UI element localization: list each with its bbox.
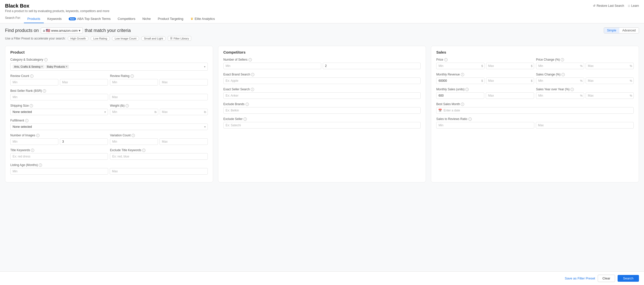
variation-count-info-icon[interactable]: i <box>132 134 135 137</box>
weight-field-group: Weight (lb) i lb lb <box>110 104 208 115</box>
marketplace-selector[interactable]: a 🇺🇸 www.amazon.com ▾ <box>41 27 83 33</box>
preset-high-growth[interactable]: High Growth <box>68 36 89 41</box>
monthly-revenue-max-input[interactable] <box>486 77 534 84</box>
monthly-revenue-field-group: Monthly Revenue i $ $ <box>436 73 534 84</box>
weight-min-input[interactable] <box>110 109 158 115</box>
price-max-input[interactable] <box>486 63 534 69</box>
num-sellers-info-icon[interactable]: i <box>249 58 252 61</box>
num-images-info-icon[interactable]: i <box>36 134 39 137</box>
exact-seller-info-icon[interactable]: i <box>251 88 254 91</box>
review-rating-max-input[interactable] <box>159 79 208 86</box>
search-button[interactable]: Search <box>618 275 639 282</box>
weight-info-icon[interactable]: i <box>126 104 129 107</box>
tab-elite-analytics[interactable]: ♛ Elite Analytics <box>187 15 218 23</box>
best-sales-month-input[interactable] <box>436 107 634 114</box>
sales-reviews-ratio-info-icon[interactable]: i <box>468 117 472 121</box>
remove-baby-chip[interactable]: × <box>66 65 67 68</box>
listing-age-field-group: Listing Age (Months) i <box>10 163 208 175</box>
shipping-size-info-icon[interactable]: i <box>30 104 33 107</box>
filter-library-button[interactable]: ☰ Filter Library <box>168 36 191 41</box>
preset-low-image-count[interactable]: Low Image Count <box>112 36 139 41</box>
num-sellers-max-input[interactable] <box>323 63 421 69</box>
exact-brand-info-icon[interactable]: i <box>251 73 254 76</box>
tab-products[interactable]: Products <box>24 15 44 23</box>
price-change-min-input[interactable] <box>536 63 584 69</box>
monthly-revenue-info-icon[interactable]: i <box>461 73 464 76</box>
preset-small-and-light[interactable]: Small and Light <box>141 36 166 41</box>
shipping-size-select[interactable]: None selected <box>10 109 108 115</box>
clear-button[interactable]: Clear <box>598 275 615 282</box>
exact-seller-input[interactable] <box>223 92 421 99</box>
num-images-min-input[interactable] <box>10 138 58 145</box>
sales-change-info-icon[interactable]: i <box>561 73 565 76</box>
bsr-info-icon[interactable]: i <box>43 89 46 93</box>
num-sellers-min-input[interactable] <box>223 63 321 69</box>
competitors-section: Competitors Number of Sellers i Exact Br… <box>218 46 426 182</box>
review-rating-min-input[interactable] <box>110 79 158 86</box>
exclude-brands-info-icon[interactable]: i <box>246 103 249 106</box>
exclude-seller-input[interactable] <box>223 122 421 129</box>
bsr-max-input[interactable] <box>110 94 208 100</box>
category-chip-baby: Baby Products × <box>46 65 69 69</box>
monthly-revenue-sales-change-row: Monthly Revenue i $ $ <box>436 73 634 88</box>
fulfillment-select[interactable]: None selected <box>10 124 208 130</box>
review-rating-info-icon[interactable]: i <box>131 74 134 78</box>
tab-niche[interactable]: Niche <box>139 15 154 23</box>
fulfillment-info-icon[interactable]: i <box>25 119 28 122</box>
sales-yoy-max-unit: % <box>630 94 632 97</box>
tab-product-targeting[interactable]: Product Targeting <box>154 15 187 23</box>
monthly-sales-max-input[interactable] <box>486 92 534 99</box>
review-count-info-icon[interactable]: i <box>30 74 33 78</box>
price-min-input[interactable] <box>436 63 484 69</box>
review-count-max-input[interactable] <box>60 79 108 86</box>
title-keywords-info-icon[interactable]: i <box>31 149 34 152</box>
listing-age-info-icon[interactable]: i <box>39 164 42 167</box>
title-keywords-input[interactable] <box>10 153 108 160</box>
sales-reviews-ratio-max-input[interactable] <box>536 122 634 129</box>
search-for-label: Search For: <box>5 16 21 22</box>
sales-change-max-input[interactable] <box>586 77 634 84</box>
sales-yoy-info-icon[interactable]: i <box>571 88 574 91</box>
exclude-seller-info-icon[interactable]: i <box>244 117 247 121</box>
weight-max-input[interactable] <box>160 109 208 115</box>
remove-arts-chip[interactable]: × <box>41 65 43 68</box>
filter-presets-label: Use a Filter Preset to accelerate your s… <box>5 37 66 40</box>
tab-keywords[interactable]: Keywords <box>44 15 65 23</box>
price-info-icon[interactable]: i <box>444 58 448 61</box>
sales-reviews-ratio-min-input[interactable] <box>436 122 534 129</box>
bsr-field-group: Best Seller Rank (BSR) i <box>10 89 208 100</box>
exclude-brands-input[interactable] <box>223 107 421 114</box>
variation-count-max-input[interactable] <box>159 138 208 145</box>
sales-yoy-min-input[interactable] <box>536 92 584 99</box>
monthly-sales-min-input[interactable] <box>436 92 484 99</box>
tab-aba[interactable]: New ABA Top Search Terms <box>65 15 114 23</box>
price-change-info-icon[interactable]: i <box>561 58 564 61</box>
learn-button[interactable]: □ Learn <box>628 4 639 8</box>
sales-yoy-max-input[interactable] <box>586 92 634 99</box>
listing-age-max-input[interactable] <box>110 168 208 175</box>
preset-low-rating[interactable]: Low Rating <box>91 36 110 41</box>
price-price-change-row: Price i $ $ <box>436 58 634 73</box>
sales-yoy-min-unit: % <box>580 94 583 97</box>
save-filter-preset-button[interactable]: Save as Filter Preset <box>565 276 595 280</box>
category-selector[interactable]: Arts, Crafts & Sewing × Baby Products × … <box>10 63 208 71</box>
monthly-revenue-min-input[interactable] <box>436 77 484 84</box>
exact-brand-input[interactable] <box>223 77 421 84</box>
best-sales-month-info-icon[interactable]: i <box>461 103 464 106</box>
exclude-title-keywords-info-icon[interactable]: i <box>142 149 145 152</box>
bsr-min-input[interactable] <box>10 94 108 100</box>
advanced-mode-button[interactable]: Advanced <box>619 28 639 33</box>
sales-section: Sales Price i $ $ <box>431 46 639 182</box>
simple-mode-button[interactable]: Simple <box>604 28 619 33</box>
listing-age-min-input[interactable] <box>10 168 108 175</box>
num-images-max-input[interactable] <box>60 138 108 145</box>
review-count-min-input[interactable] <box>10 79 58 86</box>
monthly-sales-info-icon[interactable]: i <box>465 88 469 91</box>
price-change-max-input[interactable] <box>586 63 634 69</box>
exclude-title-keywords-input[interactable] <box>110 153 208 160</box>
restore-last-search-button[interactable]: ↺ Restore Last Search <box>593 4 624 8</box>
category-info-icon[interactable]: i <box>44 58 48 61</box>
sales-change-min-input[interactable] <box>536 77 584 84</box>
variation-count-min-input[interactable] <box>110 138 158 145</box>
tab-competitors[interactable]: Competitors <box>114 15 139 23</box>
